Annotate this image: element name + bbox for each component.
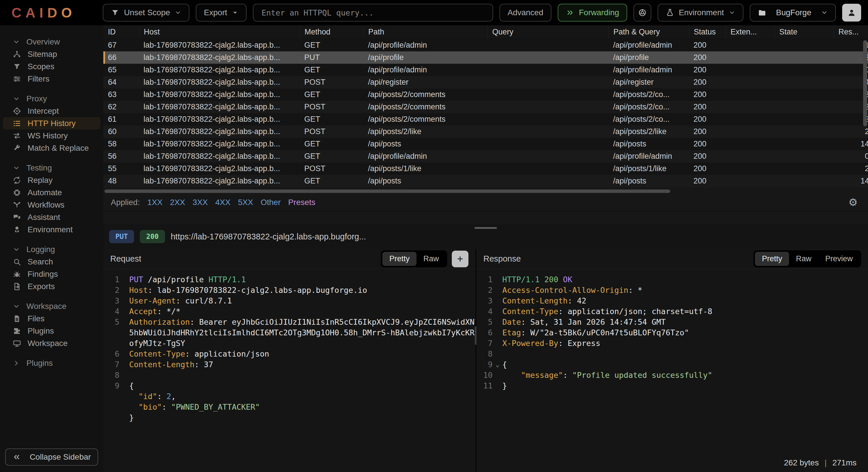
- table-row-66[interactable]: 66lab-1769870783822-cjalg2.labs-app.b...…: [103, 51, 868, 64]
- sidebar-item-scopes[interactable]: Scopes: [3, 60, 100, 72]
- column-header-host[interactable]: Host: [139, 25, 300, 39]
- status-filter-1xx[interactable]: 1XX: [147, 198, 162, 207]
- code-token: 42: [577, 295, 586, 306]
- fold-gutter: [119, 412, 129, 423]
- sidebar-item-files[interactable]: Files: [3, 313, 100, 325]
- code-token: OK: [563, 274, 572, 285]
- puzzle-icon: [12, 327, 21, 335]
- sidebar-item-intercept[interactable]: Intercept: [3, 105, 100, 117]
- table-row-62[interactable]: 62lab-1769870783822-cjalg2.labs-app.b...…: [103, 101, 868, 113]
- code-token: Bearer eyJhbGciOiJIUzI1NiIsInR5cCI6IkpXV…: [199, 317, 475, 327]
- vertical-scrollbar-thumb[interactable]: [863, 40, 867, 126]
- sidebar-item-findings[interactable]: Findings: [3, 268, 100, 280]
- table-row-48[interactable]: 48lab-1769870783822-cjalg2.labs-app.b...…: [103, 175, 868, 187]
- user-avatar-button[interactable]: [842, 4, 861, 22]
- sidebar-item-environment[interactable]: Environment: [3, 224, 100, 236]
- sidebar-group-header-plugins[interactable]: Plugins: [3, 357, 100, 369]
- browser-icon: [638, 8, 647, 17]
- column-header-status[interactable]: Status: [689, 25, 725, 39]
- code-line: }: [103, 412, 475, 423]
- browser-button[interactable]: [633, 4, 651, 22]
- sidebar-group-header-proxy[interactable]: Proxy: [3, 92, 100, 105]
- column-header-exten-[interactable]: Exten...: [725, 25, 774, 39]
- line-number: 8: [103, 370, 119, 380]
- cell-id: 62: [103, 101, 139, 113]
- status-filter-other[interactable]: Other: [260, 198, 281, 207]
- column-header-path[interactable]: Path: [363, 25, 487, 39]
- monitor-icon: [12, 339, 21, 348]
- environment-dropdown[interactable]: Environment: [658, 4, 743, 22]
- code-line: "id": 2,: [103, 391, 475, 402]
- cell-exten: [725, 138, 774, 150]
- httpql-query-input[interactable]: [253, 4, 493, 22]
- cell-exten: [725, 150, 774, 163]
- sidebar-item-automate[interactable]: Automate: [3, 186, 100, 199]
- table-row-61[interactable]: 61lab-1769870783822-cjalg2.labs-app.b...…: [103, 113, 868, 125]
- sidebar-item-replay[interactable]: Replay: [3, 174, 100, 186]
- tab-pretty[interactable]: Pretty: [382, 252, 416, 266]
- tab-raw[interactable]: Raw: [416, 252, 446, 266]
- sidebar-item-search[interactable]: Search: [3, 256, 100, 268]
- sidebar-item-plugins[interactable]: Plugins: [3, 325, 100, 337]
- column-header-state[interactable]: State: [774, 25, 834, 39]
- table-row-67[interactable]: 67lab-1769870783822-cjalg2.labs-app.b...…: [103, 39, 868, 51]
- line-number: 7: [103, 359, 119, 370]
- scope-dropdown[interactable]: Unset Scope: [103, 4, 189, 22]
- sidebar-item-workflows[interactable]: Workflows: [3, 199, 100, 211]
- sidebar-item-sitemap[interactable]: Sitemap: [3, 48, 100, 60]
- add-view-button[interactable]: +: [452, 250, 468, 267]
- code-token: Host: [129, 285, 148, 295]
- table-row-64[interactable]: 64lab-1769870783822-cjalg2.labs-app.b...…: [103, 76, 868, 88]
- status-filter-2xx[interactable]: 2XX: [170, 198, 185, 207]
- gear-icon[interactable]: ⚙: [848, 196, 858, 208]
- sidebar-group-header-testing[interactable]: Testing: [3, 161, 100, 174]
- sidebar-group-header-logging[interactable]: Logging: [3, 243, 100, 256]
- response-editor[interactable]: 1HTTP/1.1 200 OK2Access-Control-Allow-Or…: [476, 269, 868, 391]
- code-token: :: [157, 306, 167, 317]
- cell-path: /api/posts: [363, 138, 487, 150]
- collapse-sidebar-button[interactable]: Collapse Sidebar: [5, 448, 98, 466]
- table-row-65[interactable]: 65lab-1769870783822-cjalg2.labs-app.b...…: [103, 64, 868, 76]
- status-filter-5xx[interactable]: 5XX: [238, 198, 253, 207]
- code-token: Date: [502, 317, 521, 327]
- status-filter-4xx[interactable]: 4XX: [215, 198, 230, 207]
- project-dropdown[interactable]: BugForge: [750, 4, 836, 22]
- horizontal-scrollbar-thumb[interactable]: [104, 189, 670, 193]
- sidebar-item-ws-history[interactable]: WS History: [3, 129, 100, 142]
- sidebar-item-filters[interactable]: Filters: [3, 72, 100, 85]
- table-row-63[interactable]: 63lab-1769870783822-cjalg2.labs-app.b...…: [103, 88, 868, 101]
- export-dropdown[interactable]: Export: [196, 4, 247, 22]
- cell-id: 58: [103, 138, 139, 150]
- line-number: 5: [103, 317, 119, 327]
- column-header-res-[interactable]: Res...: [834, 25, 868, 39]
- tab-raw[interactable]: Raw: [789, 252, 818, 266]
- status-filter-3xx[interactable]: 3XX: [193, 198, 208, 207]
- sidebar-item-assistant[interactable]: Assistant: [3, 211, 100, 224]
- sidebar-item-workspace[interactable]: Workspace: [3, 337, 100, 349]
- request-editor[interactable]: 1PUT /api/profile HTTP/1.12Host: lab-176…: [103, 269, 475, 423]
- cell-host: lab-1769870783822-cjalg2.labs-app.b...: [139, 76, 300, 88]
- column-header-method[interactable]: Method: [300, 25, 363, 39]
- table-row-60[interactable]: 60lab-1769870783822-cjalg2.labs-app.b...…: [103, 125, 868, 138]
- panel-resize-handle[interactable]: [474, 227, 497, 229]
- column-header-query[interactable]: Query: [487, 25, 609, 39]
- cell-path_query: /api/posts/2/like: [609, 125, 689, 138]
- tab-preview[interactable]: Preview: [818, 252, 860, 266]
- advanced-button[interactable]: Advanced: [499, 4, 551, 22]
- sidebar-item-http-history[interactable]: HTTP History: [3, 117, 100, 129]
- fold-chevron-icon[interactable]: ⌄: [493, 359, 502, 370]
- sidebar-group-header-workspace[interactable]: Workspace: [3, 300, 100, 313]
- scope-dropdown-label: Unset Scope: [124, 8, 170, 17]
- sidebar-item-match-replace[interactable]: Match & Replace: [3, 142, 100, 154]
- forwarding-button[interactable]: Forwarding: [558, 4, 627, 22]
- column-header-path-query[interactable]: Path & Query: [609, 25, 689, 39]
- sidebar-group-header-overview[interactable]: Overview: [3, 36, 100, 48]
- presets-link[interactable]: Presets: [288, 198, 315, 207]
- table-row-55[interactable]: 55lab-1769870783822-cjalg2.labs-app.b...…: [103, 163, 868, 175]
- sidebar-item-exports[interactable]: Exports: [3, 280, 100, 293]
- cell-path: /api/register: [363, 76, 487, 88]
- table-row-58[interactable]: 58lab-1769870783822-cjalg2.labs-app.b...…: [103, 138, 868, 150]
- table-row-56[interactable]: 56lab-1769870783822-cjalg2.labs-app.b...…: [103, 150, 868, 163]
- column-header-id[interactable]: ID: [103, 25, 139, 39]
- tab-pretty[interactable]: Pretty: [755, 252, 789, 266]
